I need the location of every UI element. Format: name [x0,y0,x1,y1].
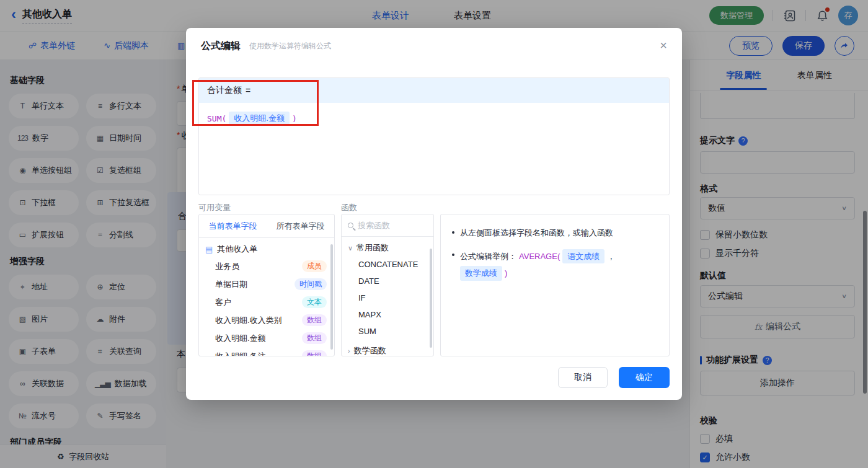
chevron-right-icon: › [348,347,350,355]
tips-panel: 从左侧面板选择字段名和函数，或输入函数 公式编辑举例： AVERAGE( 语文成… [440,214,670,356]
example-field-chip: 语文成绩 [562,249,604,264]
confirm-button[interactable]: 确定 [619,367,670,388]
variable-name: 收入明细.备注 [215,351,266,357]
formula-editor-area[interactable]: 合计金额 = SUM( 收入明细.金额 ) [198,77,670,195]
bullet-dot [452,254,454,256]
function-item-mapx[interactable]: MAPX [342,306,433,323]
type-badge: 成员 [302,260,327,272]
formula-expression[interactable]: SUM( 收入明细.金额 ) [199,103,669,134]
functions-panel: ∨常用函数 CONCATENATE DATE IF MAPX SUM ›数学函数… [341,214,434,356]
panel-scrollbar[interactable] [330,244,333,350]
variable-name: 业务员 [215,261,239,272]
modal-footer: 取消 确定 [558,367,670,388]
variable-row[interactable]: 收入明细.收入类别数组 [199,311,334,329]
variable-name: 单据日期 [215,279,247,290]
modal-subtitle: 使用数学运算符编辑公式 [249,41,331,51]
function-search-input[interactable] [358,221,420,230]
variables-panel: 当前表单字段 所有表单字段 ▤ 其他收入单 业务员成员 单据日期时间戳 客户文本… [198,214,335,356]
cancel-button[interactable]: 取消 [558,367,608,388]
variable-row[interactable]: 业务员成员 [199,257,334,275]
variable-name: 收入明细.金额 [215,333,266,344]
bullet-dot [452,231,454,234]
formula-target-field: 合计金额 [207,85,242,96]
search-icon [348,223,353,228]
group-name: 数学函数 [354,345,386,356]
function-item-date[interactable]: DATE [342,273,433,289]
root-form-name: 其他收入单 [217,244,257,255]
app-window: ‹ 其他收入单 表单设计 表单设置 数据管理 存 ☍ 表单外链 ∿ [0,0,868,468]
variable-name: 收入明细.收入类别 [215,315,282,326]
example-field-chip: 数学成绩 [460,266,502,281]
function-item-concatenate[interactable]: CONCATENATE [342,256,433,273]
panel-scrollbar[interactable] [430,249,432,348]
type-badge: 时间戳 [294,278,327,290]
function-group-common[interactable]: ∨常用函数 [342,237,433,256]
formula-target-row: 合计金额 = [199,78,669,103]
tab-all-form-fields[interactable]: 所有表单字段 [277,221,325,232]
type-badge: 文本 [302,296,327,308]
formula-field-chip[interactable]: 收入明细.金额 [229,112,290,125]
example-function-keyword: AVERAGE( [519,250,560,263]
modal-title: 公式编辑 [201,40,241,53]
equals-sign: = [246,86,250,95]
tip-example-prefix: 公式编辑举例： [460,250,516,263]
group-name: 常用函数 [356,242,389,254]
variable-row[interactable]: 收入明细.金额数组 [199,329,334,347]
tab-current-form-fields[interactable]: 当前表单字段 [209,221,257,232]
formula-function-keyword: SUM( [207,114,226,123]
formula-close-paren: ) [292,114,297,123]
function-search-row [342,214,433,237]
function-group-math[interactable]: ›数学函数 [342,340,433,356]
type-badge: 数组 [302,332,327,344]
variable-row[interactable]: 单据日期时间戳 [199,275,334,293]
variables-tree-root[interactable]: ▤ 其他收入单 [199,238,334,257]
type-badge: 数组 [302,350,327,356]
variable-name: 客户 [215,297,231,308]
tip-example-line: 公式编辑举例： AVERAGE( 语文成绩 ， 数学成绩 ) [452,249,658,281]
chevron-down-icon: ∨ [348,244,353,252]
type-badge: 数组 [302,314,327,326]
tip-text: 从左侧面板选择字段名和函数，或输入函数 [460,227,613,239]
modal-header: 公式编辑 使用数学运算符编辑公式 [186,28,682,64]
example-close-paren: ) [505,267,507,280]
comma: ， [607,250,615,263]
variables-panel-label: 可用变量 [198,202,231,213]
formula-editor-modal: 公式编辑 使用数学运算符编辑公式 × 合计金额 = SUM( 收入明细.金额 )… [186,28,682,400]
variables-tabs: 当前表单字段 所有表单字段 [199,214,334,238]
close-icon[interactable]: × [660,39,667,51]
function-item-if[interactable]: IF [342,289,433,306]
variable-row[interactable]: 客户文本 [199,293,334,311]
tip-line: 从左侧面板选择字段名和函数，或输入函数 [452,227,658,239]
variable-row[interactable]: 收入明细.备注数组 [199,347,334,356]
document-icon: ▤ [205,245,213,254]
function-item-sum[interactable]: SUM [342,323,433,340]
functions-panel-label: 函数 [341,202,357,213]
